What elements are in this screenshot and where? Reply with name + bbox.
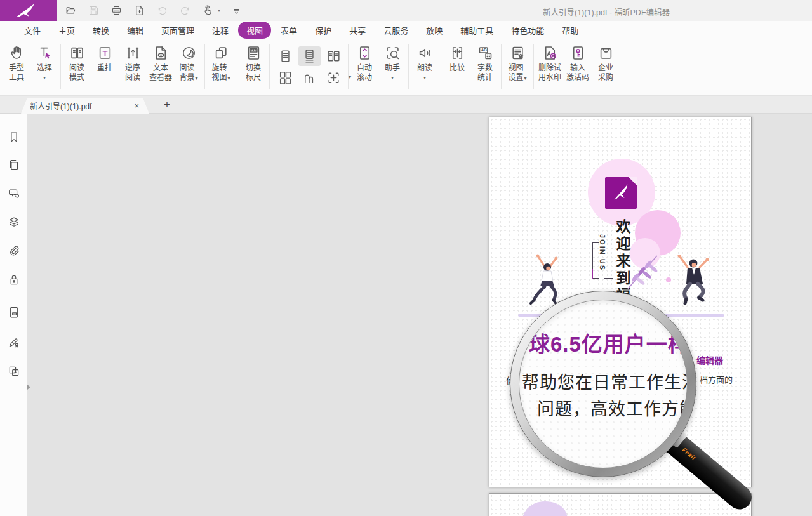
read-mode-button[interactable]: 阅读 模式 xyxy=(63,43,91,84)
undo-icon[interactable] xyxy=(155,4,169,18)
split-view-caret-icon[interactable] xyxy=(349,70,351,81)
digital-signatures-icon[interactable] xyxy=(6,334,22,350)
remove-trial-watermark-button[interactable]: 删除试 用水印 xyxy=(536,43,564,84)
navigation-panel-bar xyxy=(0,114,27,516)
new-document-icon[interactable] xyxy=(132,4,146,18)
hand-tool-button[interactable]: 手型 工具 xyxy=(3,43,30,84)
view-settings-icon xyxy=(509,44,526,62)
view-settings-caret-icon[interactable] xyxy=(524,73,527,83)
facing-continuous-view-button[interactable] xyxy=(274,68,296,88)
leaves-decoration xyxy=(624,252,661,291)
pink-dot-decoration xyxy=(666,277,671,282)
hand-tool-label: 手型 工具 xyxy=(9,63,24,83)
magnified-body-line1: 帮助您在日常工作生活中， xyxy=(522,369,688,394)
split-view-icon xyxy=(326,70,342,86)
page-text-right-fragment: 档方面的 xyxy=(700,373,733,385)
read-aloud-caret-icon[interactable] xyxy=(423,74,426,81)
select-tool-button[interactable]: 选择 xyxy=(30,43,58,83)
menu-cloud[interactable]: 云服务 xyxy=(375,22,416,39)
facing-view-icon xyxy=(326,48,342,64)
magnified-title-text: 球6.5亿用户一样信 xyxy=(529,327,688,358)
layers-icon[interactable] xyxy=(6,214,22,230)
read-background-icon xyxy=(180,44,197,62)
menu-file[interactable]: 文件 xyxy=(16,22,49,39)
save-icon[interactable] xyxy=(86,4,100,18)
menu-page-management[interactable]: 页面管理 xyxy=(153,22,203,39)
title-bar: ▾ 新人引导(1)(1).pdf - 福昕PDF编辑器 xyxy=(0,0,812,21)
reflow-label: 重排 xyxy=(97,63,112,73)
book-fold-view-button[interactable] xyxy=(298,68,321,88)
embedded-index-icon[interactable] xyxy=(6,304,22,320)
menu-comment[interactable]: 注释 xyxy=(204,22,237,39)
window-title: 新人引导(1)(1).pdf - 福昕PDF编辑器 xyxy=(543,6,670,18)
read-background-caret-icon[interactable] xyxy=(196,73,198,83)
text-viewer-button[interactable]: 文本 查看器 xyxy=(147,43,175,84)
word-count-icon: AB xyxy=(477,44,494,62)
assistant-button[interactable]: 助手 xyxy=(378,43,406,83)
text-viewer-icon xyxy=(152,44,170,62)
single-page-view-button[interactable] xyxy=(274,46,296,66)
menu-accessibility[interactable]: 辅助工具 xyxy=(452,22,502,39)
redo-icon[interactable] xyxy=(178,4,192,18)
read-aloud-button[interactable]: 朗读 xyxy=(411,43,439,83)
read-background-button[interactable]: 阅读 背景 xyxy=(175,43,203,84)
page-text-editor-fragment: 编辑器 xyxy=(696,354,723,366)
quick-access-toolbar: ▾ xyxy=(63,0,243,21)
word-count-button[interactable]: AB 字数 统计 xyxy=(471,43,499,84)
menu-help[interactable]: 帮助 xyxy=(554,22,587,39)
rotate-view-caret-icon[interactable] xyxy=(228,73,230,83)
ribbon-separator xyxy=(269,44,270,89)
facing-view-button[interactable] xyxy=(323,46,345,66)
book-fold-view-icon xyxy=(302,70,317,86)
enterprise-purchase-button[interactable]: 企业 采购 xyxy=(592,43,620,84)
tab-close-icon[interactable]: × xyxy=(133,102,140,110)
touch-mode-caret-icon[interactable]: ▾ xyxy=(218,8,220,13)
customize-toolbar-icon[interactable] xyxy=(229,4,243,18)
attachments-icon[interactable] xyxy=(6,242,22,258)
menu-home[interactable]: 主页 xyxy=(50,22,83,39)
security-icon[interactable] xyxy=(6,272,22,288)
continuous-view-button[interactable] xyxy=(298,46,321,66)
open-folder-icon[interactable] xyxy=(63,4,77,18)
print-icon[interactable] xyxy=(109,4,123,18)
menu-features[interactable]: 特色功能 xyxy=(503,22,552,39)
menu-view[interactable]: 视图 xyxy=(238,22,271,39)
reflow-icon xyxy=(97,44,114,62)
menu-convert[interactable]: 转换 xyxy=(84,22,117,39)
document-tab-bar: 新人引导(1)(1).pdf × + xyxy=(0,96,812,114)
assistant-icon xyxy=(384,44,401,62)
compare-button[interactable]: 比较 xyxy=(443,43,471,75)
select-dropdown-caret-icon[interactable] xyxy=(43,74,46,81)
menu-edit[interactable]: 编辑 xyxy=(119,22,152,39)
auto-scroll-button[interactable]: 自动 滚动 xyxy=(350,43,378,84)
panel-expand-handle[interactable] xyxy=(27,382,33,392)
bookmarks-icon[interactable] xyxy=(6,129,22,145)
comments-icon[interactable] xyxy=(6,185,22,201)
menu-presentation[interactable]: 放映 xyxy=(418,22,451,39)
document-view-area: 欢迎来到福昕 JOIN US xyxy=(27,114,812,516)
document-tab[interactable]: 新人引导(1)(1).pdf × xyxy=(21,98,149,114)
foxit-quill-icon xyxy=(0,0,57,21)
split-view-button[interactable] xyxy=(323,68,345,88)
reverse-read-button[interactable]: 逆序 阅读 xyxy=(119,43,147,84)
linked-documents-icon[interactable] xyxy=(6,363,22,379)
view-settings-button[interactable]: 视图 设置 xyxy=(503,43,531,84)
assistant-caret-icon[interactable] xyxy=(391,74,394,81)
rotate-view-button[interactable]: 旋转 视图 xyxy=(207,43,235,84)
menu-protect[interactable]: 保护 xyxy=(307,22,340,39)
enter-activation-code-button[interactable]: 输入 激活码 xyxy=(564,43,592,84)
reflow-button[interactable]: 重排 xyxy=(91,43,119,75)
read-aloud-label: 朗读 xyxy=(417,63,432,73)
menu-share[interactable]: 共享 xyxy=(341,22,374,39)
read-background-label: 阅读 背景 xyxy=(180,63,195,83)
select-text-icon xyxy=(36,44,53,62)
ribbon-separator xyxy=(533,44,534,89)
word-count-label: 字数 统计 xyxy=(477,63,493,83)
bracket-purple-accent xyxy=(592,269,593,279)
menu-form[interactable]: 表单 xyxy=(272,22,305,39)
toggle-ruler-button[interactable]: 切换 标尺 xyxy=(239,43,267,84)
read-aloud-icon xyxy=(416,44,434,62)
page-thumbnails-icon[interactable] xyxy=(6,157,22,173)
touch-mode-icon[interactable] xyxy=(201,4,215,18)
new-tab-button[interactable]: + xyxy=(160,97,174,112)
